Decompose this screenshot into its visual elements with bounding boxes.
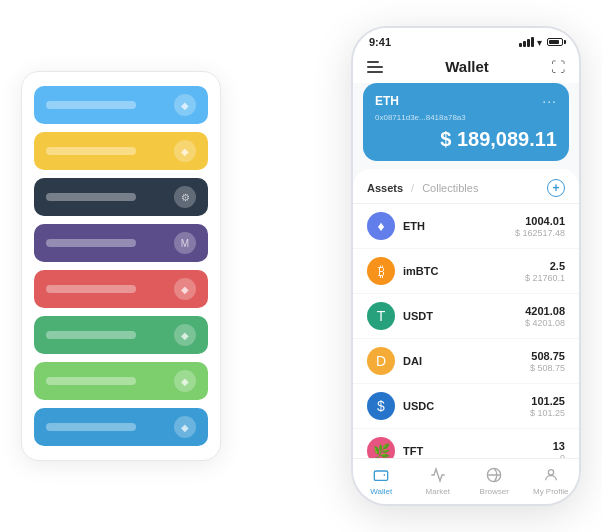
signal-bar-3 (527, 39, 530, 47)
nav-label-wallet: Wallet (370, 487, 392, 496)
eth-card[interactable]: ETH ··· 0x08711d3e...8418a78a3 $ 189,089… (363, 83, 569, 161)
asset-icon-eth: ♦ (367, 212, 395, 240)
svg-point-2 (548, 470, 553, 475)
card-item-text (46, 285, 136, 293)
asset-row-dai[interactable]: D DAI 508.75 $ 508.75 (353, 339, 579, 384)
card-list-item-4[interactable]: ◆ (34, 270, 208, 308)
card-list-item-5[interactable]: ◆ (34, 316, 208, 354)
asset-amount-imbtc: 2.5 (525, 260, 565, 272)
asset-values-usdt: 4201.08 $ 4201.08 (525, 305, 565, 328)
asset-name-usdt: USDT (403, 310, 517, 322)
card-item-text (46, 377, 136, 385)
asset-row-usdc[interactable]: $ USDC 101.25 $ 101.25 (353, 384, 579, 429)
eth-balance: $ 189,089.11 (375, 128, 557, 151)
menu-icon[interactable] (367, 61, 383, 73)
card-list-item-6[interactable]: ◆ (34, 362, 208, 400)
asset-icon-usdc: $ (367, 392, 395, 420)
card-list-item-3[interactable]: M (34, 224, 208, 262)
asset-row-tft[interactable]: 🌿 TFT 13 0 (353, 429, 579, 458)
tab-assets[interactable]: Assets (367, 182, 403, 194)
asset-values-dai: 508.75 $ 508.75 (530, 350, 565, 373)
signal-bar-2 (523, 41, 526, 47)
nav-label-profile: My Profile (533, 487, 569, 496)
phone-frame: 9:41 ▾ Wallet ⛶ (351, 26, 581, 506)
assets-header: Assets / Collectibles + (353, 169, 579, 204)
asset-usd-imbtc: $ 21760.1 (525, 273, 565, 283)
bottom-nav: Wallet Market Browser My Profile (353, 458, 579, 504)
hamburger-line-3 (367, 71, 383, 73)
eth-address: 0x08711d3e...8418a78a3 (375, 113, 557, 122)
asset-usd-usdc: $ 101.25 (530, 408, 565, 418)
card-list-item-1[interactable]: ◆ (34, 132, 208, 170)
wifi-icon: ▾ (537, 37, 542, 48)
card-item-icon: ◆ (174, 416, 196, 438)
scene: ◆ ◆ ⚙ M ◆ ◆ ◆ ◆ 9:41 (21, 16, 581, 516)
nav-label-browser: Browser (480, 487, 509, 496)
eth-label: ETH (375, 94, 399, 108)
nav-item-market[interactable]: Market (410, 465, 467, 496)
asset-row-eth[interactable]: ♦ ETH 1004.01 $ 162517.48 (353, 204, 579, 249)
asset-usd-eth: $ 162517.48 (515, 228, 565, 238)
asset-values-usdc: 101.25 $ 101.25 (530, 395, 565, 418)
expand-icon[interactable]: ⛶ (551, 59, 565, 75)
nav-icon-market (428, 465, 448, 485)
card-item-icon: ◆ (174, 278, 196, 300)
card-item-icon: ◆ (174, 324, 196, 346)
nav-item-browser[interactable]: Browser (466, 465, 523, 496)
card-item-text (46, 101, 136, 109)
tabs-divider: / (411, 182, 414, 194)
assets-section: Assets / Collectibles + ♦ ETH 1004.01 $ … (353, 169, 579, 458)
card-list-item-0[interactable]: ◆ (34, 86, 208, 124)
asset-amount-dai: 508.75 (530, 350, 565, 362)
asset-icon-tft: 🌿 (367, 437, 395, 458)
asset-amount-usdc: 101.25 (530, 395, 565, 407)
asset-values-imbtc: 2.5 $ 21760.1 (525, 260, 565, 283)
card-item-text (46, 193, 136, 201)
asset-usd-dai: $ 508.75 (530, 363, 565, 373)
asset-icon-usdt: T (367, 302, 395, 330)
hamburger-line-2 (367, 66, 383, 68)
status-time: 9:41 (369, 36, 391, 48)
card-item-text (46, 239, 136, 247)
status-icons: ▾ (519, 37, 563, 48)
asset-name-dai: DAI (403, 355, 522, 367)
assets-tabs: Assets / Collectibles (367, 182, 478, 194)
asset-list: ♦ ETH 1004.01 $ 162517.48 ₿ imBTC 2.5 $ … (353, 204, 579, 458)
nav-label-market: Market (426, 487, 450, 496)
asset-amount-eth: 1004.01 (515, 215, 565, 227)
card-item-text (46, 331, 136, 339)
asset-name-usdc: USDC (403, 400, 522, 412)
card-item-icon: ◆ (174, 94, 196, 116)
eth-balance-value: $ 189,089.11 (440, 128, 557, 150)
phone-header: Wallet ⛶ (353, 52, 579, 83)
card-item-text (46, 147, 136, 155)
hamburger-line-1 (367, 61, 379, 63)
card-item-icon: ⚙ (174, 186, 196, 208)
asset-usd-usdt: $ 4201.08 (525, 318, 565, 328)
card-item-icon: M (174, 232, 196, 254)
nav-item-my-profile[interactable]: My Profile (523, 465, 580, 496)
card-list-item-2[interactable]: ⚙ (34, 178, 208, 216)
asset-name-imbtc: imBTC (403, 265, 517, 277)
card-list: ◆ ◆ ⚙ M ◆ ◆ ◆ ◆ (21, 71, 221, 461)
tab-collectibles[interactable]: Collectibles (422, 182, 478, 194)
asset-row-usdt[interactable]: T USDT 4201.08 $ 4201.08 (353, 294, 579, 339)
asset-values-eth: 1004.01 $ 162517.48 (515, 215, 565, 238)
card-item-icon: ◆ (174, 370, 196, 392)
card-list-item-7[interactable]: ◆ (34, 408, 208, 446)
add-asset-button[interactable]: + (547, 179, 565, 197)
nav-icon-profile (541, 465, 561, 485)
asset-row-imbtc[interactable]: ₿ imBTC 2.5 $ 21760.1 (353, 249, 579, 294)
card-item-text (46, 423, 136, 431)
asset-values-tft: 13 0 (553, 440, 565, 459)
battery-icon (547, 38, 563, 46)
nav-item-wallet[interactable]: Wallet (353, 465, 410, 496)
signal-bar-1 (519, 43, 522, 47)
asset-icon-dai: D (367, 347, 395, 375)
asset-icon-imbtc: ₿ (367, 257, 395, 285)
asset-name-tft: TFT (403, 445, 545, 457)
eth-menu-dots[interactable]: ··· (542, 93, 557, 109)
asset-amount-tft: 13 (553, 440, 565, 452)
asset-amount-usdt: 4201.08 (525, 305, 565, 317)
nav-icon-browser (484, 465, 504, 485)
